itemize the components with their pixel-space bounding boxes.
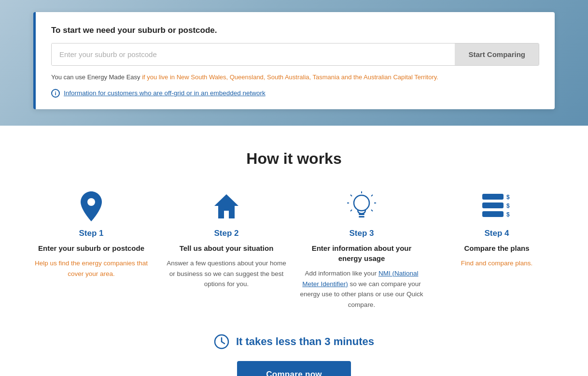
search-row: Start Comparing (51, 43, 539, 66)
svg-line-20 (222, 342, 224, 344)
svg-rect-4 (359, 216, 364, 217)
svg-text:$: $ (506, 194, 510, 201)
step-4-icon: $ $ $ (481, 191, 512, 222)
suburb-postcode-input[interactable] (52, 43, 455, 65)
info-link-row: i Information for customers who are off-… (51, 89, 539, 98)
svg-rect-13 (482, 202, 504, 208)
svg-rect-14 (482, 211, 504, 217)
how-it-works-title: How it works (19, 150, 569, 168)
embedded-network-link[interactable]: Information for customers who are off-gr… (64, 89, 266, 97)
svg-text:$: $ (506, 202, 510, 209)
svg-rect-3 (359, 214, 364, 215)
clock-icon (214, 334, 229, 349)
svg-line-10 (371, 210, 373, 211)
step-4-heading: Compare the plans (464, 243, 529, 253)
step-3-desc: Add information like your NMI (National … (299, 268, 424, 310)
step-3-label: Step 3 (349, 229, 374, 238)
svg-line-11 (350, 210, 352, 211)
step-2-heading: Tell us about your situation (180, 243, 274, 253)
compare-now-button[interactable]: Compare now (237, 361, 351, 376)
step-4-desc: Find and compare plans. (461, 258, 533, 269)
step-3-column: Step 3 Enter information about your ener… (299, 191, 424, 310)
timer-text: It takes less than 3 minutes (236, 335, 374, 348)
step-1-icon (76, 191, 107, 222)
step-2-icon (211, 191, 242, 222)
card-title: To start we need your suburb or postcode… (51, 26, 539, 35)
step-4-label: Step 4 (484, 229, 509, 238)
timer-row: It takes less than 3 minutes (19, 334, 569, 349)
step-2-desc: Answer a few questions about your home o… (164, 258, 289, 289)
step-3-heading: Enter information about your energy usag… (299, 243, 424, 263)
hero-section: more free To start we need your suburb o… (0, 0, 588, 126)
svg-point-0 (87, 198, 95, 206)
step-2-label: Step 2 (214, 229, 238, 238)
info-text: You can use Energy Made Easy if you live… (51, 72, 539, 82)
svg-point-2 (354, 195, 369, 211)
step-1-label: Step 1 (79, 229, 103, 238)
steps-row: Step 1 Enter your suburb or postcode Hel… (28, 191, 560, 310)
step-4-column: $ $ $ Step 4 Compare the plans Find and … (434, 191, 560, 269)
svg-line-8 (350, 195, 352, 196)
step-2-column: Step 2 Tell us about your situation Answ… (164, 191, 289, 289)
step-3-icon (346, 191, 377, 222)
svg-rect-12 (482, 194, 504, 200)
step-1-desc: Help us find the energy companies that c… (28, 258, 154, 279)
how-section: How it works Step 1 Enter your suburb or… (0, 126, 588, 376)
start-comparing-button[interactable]: Start Comparing (455, 43, 539, 65)
svg-marker-1 (214, 194, 238, 218)
svg-line-6 (371, 195, 373, 196)
search-card: To start we need your suburb or postcode… (33, 12, 555, 109)
svg-text:$: $ (506, 211, 510, 218)
info-icon: i (51, 89, 60, 98)
step-1-column: Step 1 Enter your suburb or postcode Hel… (28, 191, 154, 279)
compare-btn-row: Compare now (19, 361, 569, 376)
step-1-heading: Enter your suburb or postcode (38, 243, 144, 253)
